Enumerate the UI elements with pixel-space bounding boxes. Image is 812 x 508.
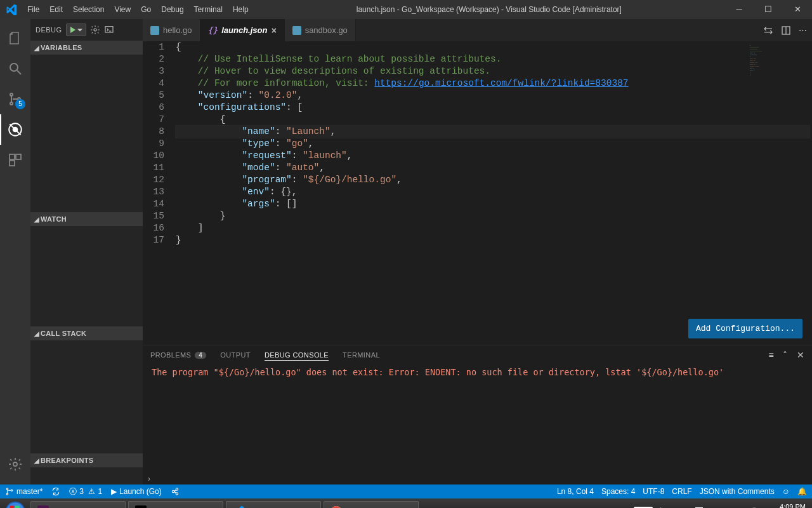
close-icon[interactable]: × bbox=[271, 25, 276, 36]
menu-bar: File Edit Selection View Go Debug Termin… bbox=[22, 5, 254, 14]
svg-rect-23 bbox=[10, 506, 15, 509]
system-tray: 96% 🔌 ▲ ⬚ V ⌨ ᛒ ▮▮▯ 🔊 ⚑ 4:09 PM5/14/2019 bbox=[634, 503, 809, 508]
compare-icon[interactable] bbox=[763, 25, 773, 36]
status-feedback-icon[interactable]: ☺ bbox=[782, 487, 790, 496]
menu-debug[interactable]: Debug bbox=[156, 5, 188, 14]
svg-point-9 bbox=[13, 462, 17, 466]
svg-rect-13 bbox=[292, 26, 301, 35]
window-minimize-icon[interactable]: ─ bbox=[724, 0, 754, 19]
menu-file[interactable]: File bbox=[22, 5, 44, 14]
status-eol[interactable]: CRLF bbox=[672, 487, 691, 496]
svg-point-15 bbox=[6, 488, 8, 490]
split-editor-icon[interactable] bbox=[781, 25, 791, 36]
start-button[interactable] bbox=[3, 498, 28, 508]
tab-launch-json[interactable]: {}launch.json× bbox=[200, 19, 285, 41]
tray-clock[interactable]: 4:09 PM5/14/2019 bbox=[775, 503, 809, 508]
minimap[interactable]: ▬▬▬▬▬▬▬▬▬▬▬▬▬▬▬▬▬▬▬▬▬▬▬▬▬▬▬▬▬▬▬▬▬▬▬▬▬▬▬ … bbox=[746, 41, 803, 117]
panel-close-icon[interactable]: ✕ bbox=[797, 350, 804, 360]
menu-view[interactable]: View bbox=[109, 5, 136, 14]
debug-console-output: The program "${/Go}/hello.go" does not e… bbox=[143, 364, 812, 472]
status-branch[interactable]: master* bbox=[5, 487, 43, 496]
panel-tab-terminal[interactable]: TERMINAL bbox=[343, 350, 380, 360]
svg-rect-12 bbox=[150, 26, 159, 35]
section-callstack[interactable]: ◢CALL STACK bbox=[30, 326, 143, 340]
problems-badge: 4 bbox=[195, 352, 206, 359]
code-editor[interactable]: 1234567891011121314151617 { // Use Intel… bbox=[143, 41, 812, 345]
title-bar: File Edit Selection View Go Debug Termin… bbox=[0, 0, 812, 19]
status-encoding[interactable]: UTF-8 bbox=[643, 487, 664, 496]
svg-point-17 bbox=[11, 490, 12, 491]
bottom-panel: PROBLEMS4 OUTPUT DEBUG CONSOLE TERMINAL … bbox=[143, 345, 812, 472]
status-live-share[interactable] bbox=[171, 487, 180, 496]
debug-label: DEBUG bbox=[36, 26, 62, 34]
debug-sidebar: DEBUG ◢VARIABLES ◢WATCH ◢CALL STACK ◢BRE… bbox=[30, 19, 143, 485]
panel-tab-output[interactable]: OUTPUT bbox=[220, 350, 251, 360]
status-launch-config[interactable]: ▶ Launch (Go) bbox=[111, 487, 162, 496]
debug-console-icon[interactable] bbox=[104, 25, 114, 35]
more-icon[interactable]: ⋯ bbox=[799, 25, 807, 35]
tab-sandbox-go[interactable]: sandbox.go bbox=[285, 19, 356, 41]
status-bar: master* ⓧ 3 ⚠ 1 ▶ Launch (Go) Ln 8, Col … bbox=[0, 485, 812, 498]
status-indentation[interactable]: Spaces: 4 bbox=[601, 487, 635, 496]
menu-edit[interactable]: Edit bbox=[44, 5, 68, 14]
status-sync[interactable] bbox=[51, 487, 60, 496]
status-bell-icon[interactable]: 🔔 bbox=[797, 487, 807, 496]
debug-settings-icon[interactable] bbox=[90, 25, 100, 35]
vscode-logo-icon bbox=[0, 4, 22, 15]
panel-tab-problems[interactable]: PROBLEMS4 bbox=[150, 350, 206, 360]
panel-tab-debug-console[interactable]: DEBUG CONSOLE bbox=[265, 350, 329, 361]
taskbar-item-chrome[interactable]: Google - Google ... bbox=[324, 501, 419, 508]
extensions-icon[interactable] bbox=[0, 145, 30, 175]
svg-point-0 bbox=[10, 64, 18, 71]
menu-selection[interactable]: Selection bbox=[68, 5, 109, 14]
start-debug-button[interactable] bbox=[66, 23, 86, 36]
editor-area: hello.go {}launch.json× sandbox.go ⋯ 123… bbox=[143, 19, 812, 485]
debug-icon[interactable] bbox=[0, 114, 30, 145]
menu-go[interactable]: Go bbox=[136, 5, 156, 14]
window-title: launch.json - Go_Workspace (Workspace) -… bbox=[254, 5, 724, 14]
svg-rect-8 bbox=[10, 161, 15, 166]
svg-rect-6 bbox=[10, 154, 15, 159]
gear-icon[interactable] bbox=[0, 449, 30, 479]
activity-bar: 5 bbox=[0, 19, 30, 485]
taskbar-item-vscode[interactable]: launch.json - Go_... bbox=[226, 501, 321, 508]
svg-rect-11 bbox=[105, 27, 113, 32]
svg-point-16 bbox=[6, 493, 8, 495]
svg-point-10 bbox=[94, 29, 96, 31]
source-control-icon[interactable]: 5 bbox=[0, 84, 30, 114]
panel-collapse-icon[interactable]: ˄ bbox=[783, 350, 787, 360]
tab-hello-go[interactable]: hello.go bbox=[143, 19, 200, 41]
section-watch[interactable]: ◢WATCH bbox=[30, 212, 143, 226]
taskbar-item-slack[interactable]: #Slack - Gophers bbox=[30, 501, 126, 508]
panel-clear-icon[interactable]: ≡ bbox=[769, 350, 775, 360]
svg-rect-24 bbox=[15, 506, 20, 509]
add-configuration-button[interactable]: Add Configuration... bbox=[688, 319, 802, 338]
window-maximize-icon[interactable]: ☐ bbox=[754, 0, 783, 19]
status-errors[interactable]: ⓧ 3 ⚠ 1 bbox=[69, 486, 102, 497]
editor-tabs: hello.go {}launch.json× sandbox.go ⋯ bbox=[143, 19, 812, 41]
files-icon[interactable] bbox=[0, 23, 30, 53]
breadcrumb-bar[interactable]: › bbox=[143, 472, 812, 485]
svg-rect-7 bbox=[16, 154, 21, 159]
taskbar-item-cmd[interactable]: >_cmd (Admin) bbox=[128, 501, 223, 508]
svg-point-5 bbox=[13, 127, 18, 133]
section-variables[interactable]: ◢VARIABLES bbox=[30, 41, 143, 55]
search-icon[interactable] bbox=[0, 53, 30, 84]
status-cursor-position[interactable]: Ln 8, Col 4 bbox=[557, 487, 594, 496]
menu-terminal[interactable]: Terminal bbox=[189, 5, 228, 14]
svg-point-18 bbox=[172, 490, 174, 493]
svg-point-1 bbox=[10, 93, 13, 96]
status-language-mode[interactable]: JSON with Comments bbox=[700, 487, 775, 496]
svg-point-2 bbox=[10, 102, 13, 105]
windows-taskbar: #Slack - Gophers >_cmd (Admin) launch.js… bbox=[0, 498, 812, 508]
section-breakpoints[interactable]: ◢BREAKPOINTS bbox=[30, 453, 143, 467]
menu-help[interactable]: Help bbox=[228, 5, 254, 14]
scm-badge: 5 bbox=[15, 99, 25, 109]
window-close-icon[interactable]: ✕ bbox=[783, 0, 812, 19]
